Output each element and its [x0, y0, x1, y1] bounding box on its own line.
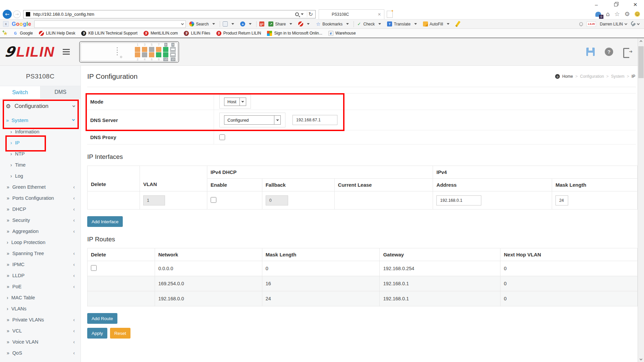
- sidebar-item-mac-table[interactable]: ›MAC Table: [0, 292, 80, 303]
- back-button[interactable]: ←: [3, 10, 12, 19]
- scrollbar-thumb[interactable]: [638, 46, 644, 78]
- sidebar-item-vcl[interactable]: »VCL‹: [0, 325, 80, 336]
- toolbar-options-menu[interactable]: [631, 21, 639, 26]
- vlan-input[interactable]: [143, 195, 165, 205]
- search-caret-icon[interactable]: [301, 13, 304, 15]
- scroll-down-arrow[interactable]: [638, 356, 644, 362]
- sidebar-item-vlans[interactable]: ›VLANs: [0, 303, 80, 314]
- sidebar-item-ip[interactable]: ›IP: [0, 137, 80, 148]
- sidebar-item-information[interactable]: ›Information: [0, 126, 80, 137]
- address-input[interactable]: [436, 195, 481, 205]
- sidebar-item-lldp[interactable]: »LLDP‹: [0, 270, 80, 281]
- bookmark-item[interactable]: 9MeritLILIN.com: [141, 29, 181, 38]
- dns-mode-select[interactable]: Configured: [224, 115, 281, 125]
- tab-dms[interactable]: DMS: [41, 86, 81, 99]
- feedback-smiley-icon[interactable]: ☺: [635, 11, 640, 17]
- restore-button[interactable]: [612, 2, 620, 7]
- dns-ip-input[interactable]: [292, 115, 337, 125]
- save-config-icon[interactable]: [586, 48, 595, 56]
- toolbar-button-page[interactable]: [221, 19, 238, 28]
- settings-gear-icon[interactable]: ⚙: [625, 11, 630, 17]
- help-icon[interactable]: ?: [605, 48, 613, 56]
- browser-tab[interactable]: PS3108C ✕: [319, 9, 384, 19]
- tab-close-icon[interactable]: ✕: [378, 12, 381, 17]
- search-icon[interactable]: [295, 12, 299, 16]
- sidebar-item-spanning-tree[interactable]: »Spanning Tree‹: [0, 248, 80, 259]
- sidebar-item-aggregation[interactable]: »Aggregation‹: [0, 226, 80, 237]
- breadcrumb-configuration[interactable]: Configuration: [580, 74, 604, 79]
- lilin-logo: 9 LILIN: [5, 44, 55, 60]
- toolbar-search-input[interactable]: [35, 21, 181, 27]
- breadcrumb-system[interactable]: System: [611, 74, 625, 79]
- close-button[interactable]: ✕: [631, 2, 639, 8]
- toolbar-button-translate[interactable]: TTranslate: [385, 19, 421, 28]
- sidebar-item-ports-configuration[interactable]: »Ports Configuration‹: [0, 192, 80, 203]
- sidebar-item-security[interactable]: »Security‹: [0, 215, 80, 226]
- menu-toggle-button[interactable]: [63, 49, 70, 55]
- toolbar-button-highlighter[interactable]: [453, 19, 463, 28]
- sidebar-item-private-vlans[interactable]: »Private VLANs‹: [0, 314, 80, 325]
- sidebar-item-green-ethernet[interactable]: »Green Ethernet‹: [0, 181, 80, 192]
- add-interface-button[interactable]: Add Interface: [87, 216, 123, 227]
- sidebar-item-qos[interactable]: »QoS‹: [0, 347, 80, 358]
- toolbar-button-gplus[interactable]: g+: [257, 19, 266, 28]
- sidebar-item-loop-protection[interactable]: ›Loop Protection: [0, 237, 80, 248]
- home-icon[interactable]: ⌂: [606, 11, 609, 17]
- account-avatar[interactable]: LILIN: [587, 21, 596, 27]
- address-bar[interactable]: http://192.168.0.1/ip_config.htm ↻: [23, 10, 316, 18]
- sidebar-item-system[interactable]: » System: [0, 114, 80, 126]
- route-delete-checkbox[interactable]: [91, 265, 97, 271]
- add-route-button[interactable]: Add Route: [87, 313, 117, 324]
- sidebar-item-poe[interactable]: »PoE‹: [0, 281, 80, 292]
- mode-select[interactable]: Host: [224, 98, 246, 106]
- toolbar-button-person[interactable]: +: [238, 19, 256, 28]
- select-arrow[interactable]: [239, 98, 246, 106]
- toolbar-button-bookmarks[interactable]: ☆Bookmarks: [314, 19, 353, 28]
- user-menu[interactable]: Darren LILIN: [600, 22, 627, 26]
- breadcrumb-home[interactable]: Home: [562, 74, 573, 79]
- dhcp-enable-checkbox[interactable]: [211, 197, 216, 203]
- toolbar-button-slash[interactable]: [296, 19, 314, 28]
- bookmark-item[interactable]: Sign in to Microsoft Onlin...: [264, 29, 325, 38]
- sidebar-item-dhcp[interactable]: »DHCP‹: [0, 203, 80, 215]
- url-text[interactable]: http://192.168.0.1/ip_config.htm: [33, 12, 295, 17]
- page-scrollbar[interactable]: [638, 38, 644, 362]
- bookmark-item[interactable]: LILIN Help Desk: [36, 29, 78, 38]
- sidebar-item-configuration[interactable]: ⚙ Configuration: [0, 99, 80, 114]
- toolbar-search-box[interactable]: [34, 20, 186, 28]
- bookmark-item[interactable]: 9Product Return LILIN: [213, 29, 264, 38]
- new-tab-button[interactable]: [387, 11, 393, 18]
- sidebar-item-voice-vlan[interactable]: »Voice VLAN‹: [0, 336, 80, 347]
- toolbar-button-autofill[interactable]: AutoFill: [421, 19, 453, 28]
- brand-text: LILIN: [16, 44, 55, 60]
- search-history-caret-icon[interactable]: [181, 22, 184, 25]
- toolbar-button-share[interactable]: ↗Share: [266, 19, 296, 28]
- sidebar-item-ipmc[interactable]: »IPMC‹: [0, 259, 80, 270]
- select-arrow[interactable]: [274, 116, 280, 124]
- ghostery-icon[interactable]: 0: [595, 12, 601, 17]
- notifications-bell-icon[interactable]: [579, 22, 583, 26]
- toolbar-button-check[interactable]: ✓Check: [355, 19, 385, 28]
- bookmark-item[interactable]: 9LILIN Files: [181, 29, 213, 38]
- tab-switch[interactable]: Switch: [0, 86, 41, 99]
- toolbar-close-button[interactable]: x: [3, 21, 9, 27]
- scroll-up-arrow[interactable]: [638, 38, 644, 45]
- bookmark-item[interactable]: 9KB LILIN Technical Support: [78, 29, 141, 38]
- refresh-icon[interactable]: ↻: [309, 11, 313, 17]
- sidebar-item-log[interactable]: ›Log: [0, 170, 80, 181]
- toolbar-button-search[interactable]: Search: [187, 19, 219, 28]
- mask-length-input[interactable]: [555, 195, 568, 205]
- bookmark-item[interactable]: eWarehouse: [325, 29, 359, 38]
- reset-button[interactable]: Reset: [110, 328, 130, 339]
- sidebar-item-ntp[interactable]: ›NTP: [0, 148, 80, 159]
- apply-button[interactable]: Apply: [87, 328, 107, 339]
- favorites-star-icon[interactable]: ☆: [614, 11, 620, 17]
- fallback-input[interactable]: [266, 195, 288, 205]
- minimize-button[interactable]: –: [592, 2, 600, 7]
- forward-button[interactable]: →: [13, 10, 21, 18]
- dns-proxy-checkbox[interactable]: [219, 134, 225, 140]
- sidebar-item-time[interactable]: ›Time: [0, 159, 80, 170]
- add-favorite-icon[interactable]: ★: [3, 30, 8, 37]
- logout-icon[interactable]: [623, 48, 632, 56]
- bookmark-item[interactable]: GGoogle: [10, 29, 36, 38]
